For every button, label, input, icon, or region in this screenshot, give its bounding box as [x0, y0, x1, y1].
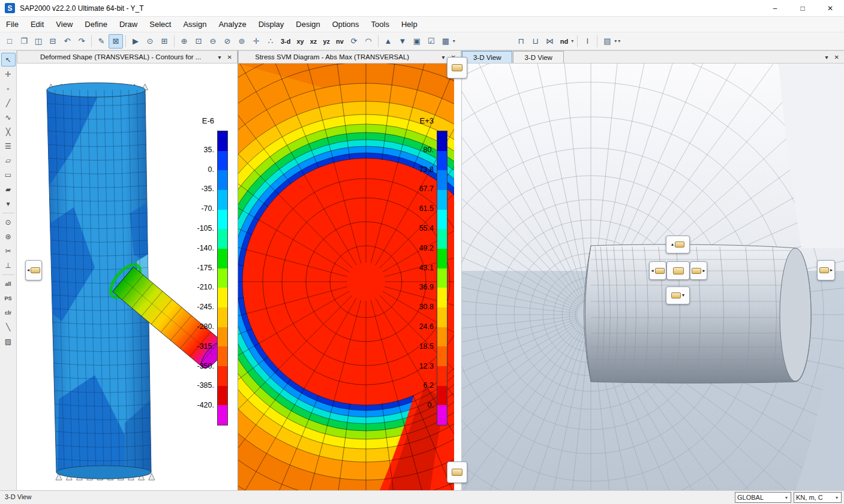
quick-draw-braces-icon[interactable]: ╳: [1, 125, 16, 138]
menu-help[interactable]: Help: [395, 17, 423, 32]
menu-options[interactable]: Options: [326, 17, 365, 32]
clear-selection-button[interactable]: clr: [1, 306, 16, 319]
previous-zoom-icon[interactable]: ⊘: [220, 34, 235, 49]
split-view-bottom-button[interactable]: [447, 461, 467, 483]
rubber-band-zoom-icon[interactable]: ⊡: [191, 34, 206, 49]
nav-right-button[interactable]: ▸: [690, 261, 707, 280]
run-analysis-icon[interactable]: ▶: [128, 34, 143, 49]
show-grid-icon[interactable]: ⊞: [157, 34, 172, 49]
deformed-shape-view[interactable]: [17, 64, 238, 490]
nd-button[interactable]: nd: [557, 36, 571, 47]
print-icon[interactable]: ⊟: [46, 34, 60, 49]
toolbar-overflow-dropdown-icon[interactable]: ▾: [618, 38, 620, 44]
move-view-down-icon[interactable]: ▼: [395, 34, 410, 49]
draw-rect-area-icon[interactable]: ▭: [1, 168, 16, 182]
expand-left-view-button[interactable]: ◂: [25, 260, 42, 280]
view-3d-button[interactable]: 3-d: [278, 36, 294, 47]
move-view-up-icon[interactable]: ▲: [381, 34, 395, 49]
maximize-button[interactable]: □: [789, 0, 816, 16]
quick-draw-frame-icon[interactable]: ∿: [1, 110, 16, 124]
menu-select[interactable]: Select: [143, 17, 177, 32]
quick-draw-secondary-beams-icon[interactable]: ☰: [1, 139, 16, 153]
draw-frame-icon[interactable]: ╱: [1, 96, 16, 110]
split-view-top-button[interactable]: [447, 57, 467, 79]
select-pointer-icon[interactable]: ↖: [1, 53, 16, 67]
section-cut-icon[interactable]: ⋈: [543, 34, 557, 49]
shell-display-icon[interactable]: ⊔: [528, 34, 543, 49]
panel-close-icon[interactable]: ✕: [227, 54, 232, 61]
stress-contour-view[interactable]: [238, 64, 454, 490]
units-select[interactable]: KN, m, C ▾: [794, 492, 842, 503]
close-button[interactable]: ✕: [816, 0, 844, 16]
nav-left-button[interactable]: ◂: [649, 261, 666, 280]
run-animation-icon[interactable]: ⊙: [143, 34, 157, 49]
menu-edit[interactable]: Edit: [25, 17, 50, 32]
ibeam-display-icon[interactable]: I: [580, 34, 594, 49]
new-model-icon[interactable]: □: [2, 34, 17, 49]
panel-close-icon[interactable]: ✕: [834, 54, 839, 61]
save-icon[interactable]: ◫: [31, 34, 46, 49]
zoom-out-icon[interactable]: ⊖: [206, 34, 220, 49]
frame-display-icon[interactable]: ⊓: [514, 34, 528, 49]
redo-icon[interactable]: ↷: [74, 34, 89, 49]
stress-panel-header[interactable]: Stress SVM Diagram - Abs Max (TRANSVERSA…: [238, 50, 461, 64]
legend-value: 30.8: [419, 303, 434, 311]
area-display-icon[interactable]: ▤: [600, 34, 614, 49]
undo-icon[interactable]: ↶: [60, 34, 74, 49]
tab-3d-view-2[interactable]: 3-D View: [513, 51, 563, 63]
expand-right-view-button[interactable]: ▸: [817, 260, 835, 280]
view-xy-button[interactable]: xy: [294, 36, 307, 47]
area-display-dropdown-icon[interactable]: ▾: [614, 38, 617, 44]
tab-3d-view-1[interactable]: 3-D View: [462, 51, 512, 63]
nav-center-button[interactable]: [666, 261, 690, 280]
panel-menu-dropdown-icon[interactable]: ▾: [442, 54, 445, 61]
intersecting-line-select-icon[interactable]: ╲: [1, 320, 16, 334]
zoom-in-icon[interactable]: ⊕: [177, 34, 191, 49]
view-xz-button[interactable]: xz: [307, 36, 320, 47]
menu-tools[interactable]: Tools: [365, 17, 395, 32]
view-nv-button[interactable]: nv: [333, 36, 347, 47]
previous-selection-button[interactable]: PS: [1, 291, 16, 305]
menu-design[interactable]: Design: [290, 17, 326, 32]
assign-display-dropdown-icon[interactable]: ▾: [453, 38, 455, 44]
minimize-button[interactable]: –: [761, 0, 789, 16]
assign-display-icon[interactable]: ▦: [438, 34, 453, 49]
coordinate-system-select[interactable]: GLOBAL ▾: [735, 492, 791, 503]
refresh-draw-icon[interactable]: ✎: [94, 34, 109, 49]
menu-analyze[interactable]: Analyze: [212, 17, 252, 32]
pan-icon[interactable]: ✛: [249, 34, 263, 49]
legend-value: 0.: [208, 165, 214, 174]
nd-dropdown-icon[interactable]: ▾: [571, 38, 573, 44]
deselect-group-icon[interactable]: ▨: [1, 334, 16, 348]
snap-to-perpendicular-icon[interactable]: ⊥: [1, 258, 16, 272]
draw-poly-area-icon[interactable]: ▱: [1, 153, 16, 167]
open-file-icon[interactable]: ❐: [17, 34, 31, 49]
deformed-shape-panel-header[interactable]: Deformed Shape (TRANSVERSAL) - Contours …: [17, 50, 238, 64]
perspective-toggle-icon[interactable]: ◠: [361, 34, 376, 49]
draw-special-joint-icon[interactable]: ▫: [1, 82, 16, 95]
menu-display[interactable]: Display: [253, 17, 290, 32]
rotate-3d-view-icon[interactable]: ⟳: [347, 34, 361, 49]
select-all-button[interactable]: all: [1, 277, 16, 291]
menu-draw[interactable]: Draw: [113, 17, 143, 32]
menu-define[interactable]: Define: [79, 17, 113, 32]
more-draw-tools-icon[interactable]: ▾: [1, 197, 16, 210]
reshape-object-icon[interactable]: ✛: [1, 67, 16, 81]
panel-menu-dropdown-icon[interactable]: ▾: [218, 54, 221, 61]
display-options-icon[interactable]: ☑: [424, 34, 438, 49]
nav-up-button[interactable]: ▴: [666, 236, 690, 253]
snap-to-intersections-icon[interactable]: ✂: [1, 244, 16, 258]
nav-down-button[interactable]: ▾: [666, 286, 690, 304]
snap-options-icon[interactable]: ∴: [263, 34, 278, 49]
view-yz-button[interactable]: yz: [320, 36, 333, 47]
snap-to-midpoints-icon[interactable]: ⊛: [1, 230, 16, 243]
object-shrink-toggle-icon[interactable]: ▣: [410, 34, 424, 49]
menu-assign[interactable]: Assign: [177, 17, 212, 32]
quick-draw-area-icon[interactable]: ▰: [1, 182, 16, 196]
menu-file[interactable]: File: [0, 17, 25, 32]
menu-view[interactable]: View: [50, 17, 79, 32]
snap-to-joints-icon[interactable]: ⊙: [1, 215, 16, 229]
lock-model-icon[interactable]: ⊠: [109, 34, 123, 49]
panel-menu-dropdown-icon[interactable]: ▾: [825, 54, 828, 61]
zoom-full-icon[interactable]: ⊚: [235, 34, 249, 49]
